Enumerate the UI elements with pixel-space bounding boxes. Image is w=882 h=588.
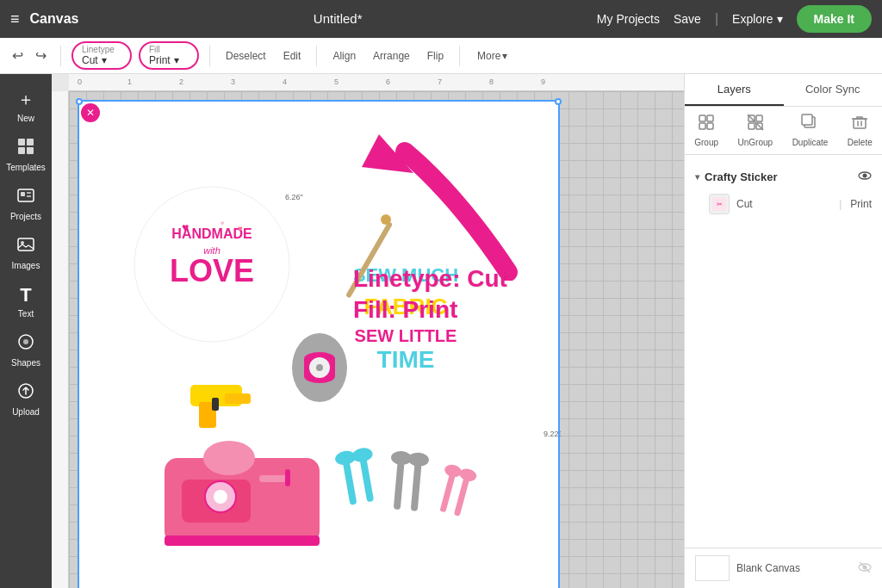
svg-rect-64 [707, 115, 713, 121]
svg-rect-53 [454, 477, 469, 516]
svg-rect-39 [259, 475, 289, 482]
sidebar-label-templates: Templates [6, 163, 46, 172]
canvas-area[interactable]: 0 1 2 3 4 5 6 7 8 9 ✕ [52, 74, 684, 588]
hamburger-menu[interactable]: ≡ [10, 10, 20, 28]
layers-panel: ▾ Crafty Sticker ✂ Cut | Print [685, 155, 882, 548]
svg-text:9.223": 9.223" [543, 430, 561, 438]
upload-icon [16, 381, 35, 405]
tab-color-sync[interactable]: Color Sync [784, 74, 883, 106]
sidebar-item-templates[interactable]: Templates [0, 130, 52, 179]
toolbar-separator-1 [60, 46, 61, 66]
svg-point-35 [203, 441, 255, 475]
canvas-close-button[interactable]: ✕ [81, 103, 100, 122]
deselect-button[interactable]: Deselect [220, 46, 271, 65]
main-area: ＋ New Templates Projects Images T Text [0, 74, 882, 588]
projects-icon [16, 186, 35, 209]
svg-rect-4 [18, 189, 34, 201]
layer-group-header[interactable]: ▾ Crafty Sticker [695, 165, 872, 189]
toolbar: ↩ ↪ Linetype Cut ▾ Fill Print ▾ Deselect… [0, 38, 882, 74]
toolbar-separator-3 [316, 46, 317, 66]
svg-text:LOVE: LOVE [170, 253, 254, 288]
explore-chevron-icon: ▾ [777, 12, 783, 26]
svg-rect-7 [27, 195, 31, 197]
toolbar-separator-4 [459, 46, 460, 66]
blank-canvas-eye-icon[interactable] [858, 560, 872, 577]
linetype-dropdown[interactable]: Linetype Cut ▾ [71, 41, 132, 70]
svg-text:♥: ♥ [220, 220, 225, 227]
save-button[interactable]: Save [674, 12, 701, 26]
ruler-tick-8: 8 [489, 77, 494, 86]
sidebar-item-shapes[interactable]: Shapes [0, 325, 52, 374]
ruler-tick-4: 4 [283, 77, 287, 86]
left-sidebar: ＋ New Templates Projects Images T Text [0, 74, 52, 588]
duplicate-button[interactable]: Duplicate [792, 114, 829, 147]
layer-item-cut-print[interactable]: ✂ Cut | Print [695, 189, 872, 220]
layer-pipe: | [839, 198, 842, 210]
layer-group-eye-icon[interactable] [858, 169, 872, 185]
canvas-artwork: HANDMADE with LOVE ♥ ♥ ♥ SEW MUCH FABRIC… [78, 101, 561, 588]
svg-rect-1 [27, 139, 34, 145]
tab-layers[interactable]: Layers [685, 74, 784, 106]
sidebar-item-new[interactable]: ＋ New [0, 81, 52, 130]
explore-button[interactable]: Explore ▾ [732, 12, 782, 26]
sidebar-label-shapes: Shapes [11, 358, 40, 368]
svg-text:SEW LITTLE: SEW LITTLE [355, 326, 457, 345]
svg-rect-48 [394, 462, 405, 510]
svg-rect-69 [748, 123, 755, 129]
svg-rect-52 [439, 473, 455, 512]
panel-actions: Group UnGroup Duplicate Delete [685, 107, 882, 155]
ungroup-button[interactable]: UnGroup [738, 114, 773, 147]
svg-point-29 [316, 364, 323, 371]
svg-rect-2 [18, 147, 25, 154]
fill-dropdown[interactable]: Fill Print ▾ [139, 41, 199, 70]
delete-button[interactable]: Delete [848, 114, 873, 147]
more-chevron-icon: ▾ [502, 50, 507, 62]
fill-value[interactable]: Print ▾ [149, 54, 179, 66]
blank-canvas-item[interactable]: Blank Canvas [685, 548, 882, 588]
blank-canvas-thumb [695, 555, 730, 581]
svg-rect-0 [18, 139, 25, 145]
more-button[interactable]: More ▾ [470, 46, 514, 65]
sidebar-item-upload[interactable]: Upload [0, 374, 52, 424]
shapes-icon [16, 332, 35, 356]
linetype-label: Linetype [82, 45, 115, 54]
make-it-button[interactable]: Make It [797, 5, 872, 33]
explore-label: Explore [732, 12, 773, 26]
svg-point-38 [214, 490, 227, 504]
linetype-value[interactable]: Cut ▾ [82, 54, 107, 66]
undo-button[interactable]: ↩ [9, 44, 27, 67]
ruler-top: 0 1 2 3 4 5 6 7 8 9 [69, 74, 684, 91]
svg-text:SEW MUCH: SEW MUCH [353, 264, 458, 286]
nav-center: Untitled* [92, 11, 582, 27]
sidebar-item-images[interactable]: Images [0, 228, 52, 277]
text-icon: T [20, 284, 31, 306]
align-button[interactable]: Align [327, 46, 361, 65]
svg-rect-49 [411, 463, 422, 511]
arrange-button[interactable]: Arrange [368, 46, 415, 65]
sidebar-label-text: Text [18, 309, 34, 319]
group-icon [698, 114, 715, 135]
edit-button[interactable]: Edit [278, 46, 307, 65]
sidebar-item-text[interactable]: T Text [0, 277, 52, 325]
flip-button[interactable]: Flip [422, 46, 449, 65]
layer-group-crafty: ▾ Crafty Sticker ✂ Cut | Print [685, 162, 882, 223]
ruler-left [52, 91, 69, 588]
arrange-icon: Arrange [373, 50, 410, 62]
group-button[interactable]: Group [694, 114, 718, 147]
svg-rect-8 [18, 238, 34, 251]
svg-rect-40 [285, 469, 290, 486]
project-title[interactable]: Untitled* [314, 11, 363, 26]
ruler-tick-5: 5 [334, 77, 339, 86]
my-projects-link[interactable]: My Projects [597, 12, 660, 26]
canvas-white[interactable]: ✕ HANDMADE with LOVE ♥ ♥ ♥ SEW MUCH FABR… [78, 100, 560, 588]
images-icon [16, 235, 35, 258]
svg-rect-5 [21, 192, 25, 196]
ruler-tick-1: 1 [127, 77, 132, 86]
redo-button[interactable]: ↪ [32, 44, 50, 67]
sidebar-item-projects[interactable]: Projects [0, 179, 52, 228]
svg-rect-73 [802, 115, 812, 125]
new-icon: ＋ [17, 88, 34, 111]
svg-rect-44 [343, 461, 357, 505]
group-label: Group [694, 138, 718, 147]
ruler-tick-6: 6 [386, 77, 390, 86]
